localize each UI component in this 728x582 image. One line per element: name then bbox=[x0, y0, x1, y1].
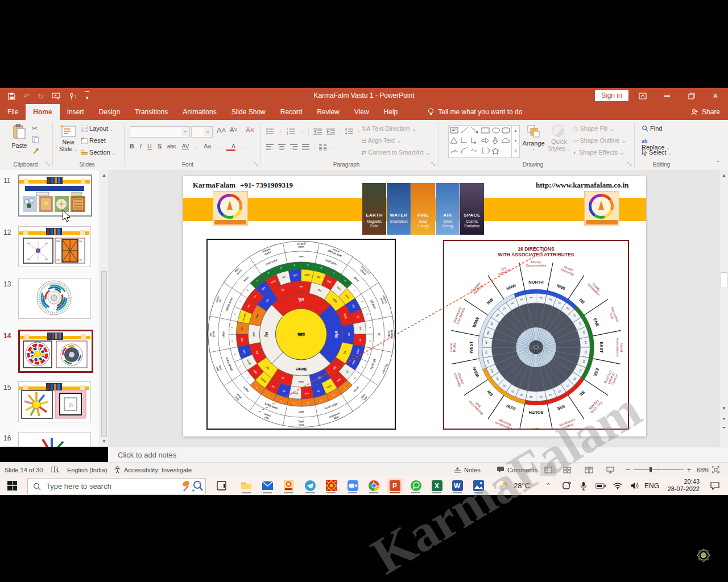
notes-pane[interactable]: Click to add notes bbox=[108, 447, 728, 462]
paragraph-dialog-launcher[interactable]: ⤡ bbox=[431, 161, 435, 167]
clear-formatting-button[interactable]: A bbox=[246, 126, 254, 134]
select-button[interactable]: Select ⌄ bbox=[642, 149, 672, 156]
language-indicator[interactable]: ENG bbox=[643, 476, 661, 495]
slide[interactable]: KarmaFalam +91- 7391909319 http://www.ka… bbox=[183, 176, 646, 436]
collapse-ribbon-button[interactable]: ⌃ bbox=[715, 160, 720, 166]
tab-home[interactable]: Home bbox=[26, 104, 59, 120]
bullets-button[interactable] bbox=[266, 128, 274, 135]
font-name-combo[interactable]: ▾ bbox=[130, 126, 190, 138]
tray-expand-icon[interactable]: ⌃ bbox=[541, 476, 555, 495]
excel-icon[interactable]: X bbox=[429, 478, 444, 493]
weather-widget[interactable]: 28°C bbox=[498, 476, 530, 495]
format-painter-button[interactable] bbox=[32, 147, 39, 154]
sign-in-button[interactable]: Sign in bbox=[595, 90, 628, 101]
numbering-button[interactable]: 123 bbox=[287, 128, 296, 135]
font-color-button[interactable]: A bbox=[226, 143, 235, 151]
strikethrough-button[interactable]: abc bbox=[167, 143, 176, 149]
align-text-button[interactable]: ⊟ Align Text ⌄ bbox=[361, 137, 402, 144]
align-center-button[interactable] bbox=[278, 144, 286, 151]
convert-smartart-button[interactable]: ⇄ Convert to SmartArt ⌄ bbox=[361, 149, 431, 156]
underline-button[interactable]: U bbox=[147, 143, 152, 149]
slide-thumbnail-13[interactable] bbox=[18, 278, 91, 319]
powerpoint-taskbar-icon[interactable]: P bbox=[387, 478, 403, 493]
tell-me-box[interactable]: Tell me what you want to do bbox=[428, 104, 522, 120]
justify-button[interactable] bbox=[302, 144, 309, 151]
spellcheck-icon[interactable] bbox=[51, 463, 59, 477]
previous-slide-button[interactable]: ⏶ bbox=[719, 414, 728, 423]
comments-toggle-button[interactable]: Comments bbox=[497, 463, 537, 477]
reading-view-button[interactable] bbox=[585, 463, 593, 477]
tab-record[interactable]: Record bbox=[273, 104, 310, 120]
vastu-mandala-chart-frame[interactable]: धन प्राप्तीअवसरस्वास्थ्यप्रतिरोधक क्षमता… bbox=[206, 239, 396, 430]
canvas-scrollbar[interactable]: ▲ ▼ ⏶ ⏷ bbox=[719, 170, 728, 447]
slide-thumbnail-14[interactable] bbox=[18, 330, 93, 373]
shapes-gallery-scroll[interactable]: ▲▼⊻ bbox=[511, 126, 519, 157]
wifi-icon[interactable] bbox=[611, 476, 624, 495]
language-status[interactable]: English (India) bbox=[67, 463, 107, 477]
minimize-button[interactable] bbox=[654, 88, 679, 104]
battery-icon[interactable] bbox=[593, 476, 608, 495]
align-left-button[interactable] bbox=[266, 144, 274, 151]
accessibility-status[interactable]: Accessibility: Investigate bbox=[114, 463, 192, 477]
tab-view[interactable]: View bbox=[347, 104, 377, 120]
tab-transitions[interactable]: Transitions bbox=[127, 104, 175, 120]
photos-icon[interactable] bbox=[471, 478, 486, 493]
font-dialog-launcher[interactable]: ⤡ bbox=[254, 161, 258, 167]
tab-slide-show[interactable]: Slide Show bbox=[224, 104, 273, 120]
slide-counter[interactable]: Slide 14 of 30 bbox=[5, 463, 43, 477]
close-button[interactable]: × bbox=[703, 88, 728, 104]
bold-button[interactable]: B bbox=[130, 143, 134, 149]
next-slide-button[interactable]: ⏷ bbox=[719, 423, 728, 432]
notification-center-icon[interactable] bbox=[706, 476, 723, 495]
slide-sorter-view-button[interactable] bbox=[563, 463, 571, 477]
shapes-gallery[interactable]: ▲▼⊻ bbox=[448, 125, 520, 158]
new-slide-button[interactable]: New Slide ⌄ bbox=[57, 124, 80, 152]
tab-animations[interactable]: Animations bbox=[175, 104, 224, 120]
word-icon[interactable]: W bbox=[450, 478, 465, 493]
taskbar-clock[interactable]: 20:43 28-07-2022 bbox=[668, 478, 700, 493]
increase-indent-button[interactable] bbox=[326, 128, 335, 135]
slide-thumbnail-16[interactable] bbox=[18, 432, 91, 447]
find-button[interactable]: Find bbox=[642, 125, 662, 132]
thumb-scroll-up-icon[interactable]: ▲ bbox=[100, 171, 108, 180]
italic-button[interactable]: I bbox=[140, 143, 142, 149]
thumb-scroll-down-icon[interactable]: ▼ bbox=[100, 437, 108, 446]
thumbnail-scrollbar[interactable]: ▲▼ bbox=[100, 170, 108, 447]
columns-button[interactable] bbox=[319, 144, 327, 151]
tab-design[interactable]: Design bbox=[92, 104, 127, 120]
slideshow-view-button[interactable] bbox=[606, 463, 614, 477]
scroll-down-icon[interactable]: ▼ bbox=[719, 404, 728, 413]
chrome-icon[interactable] bbox=[366, 478, 381, 493]
whatsapp-icon[interactable] bbox=[408, 478, 423, 493]
decrease-indent-button[interactable] bbox=[313, 128, 322, 135]
start-button[interactable] bbox=[5, 478, 19, 493]
meet-now-icon[interactable] bbox=[560, 476, 574, 495]
tab-file[interactable]: File bbox=[0, 104, 26, 120]
zoom-in-icon[interactable]: + bbox=[684, 465, 692, 474]
align-right-button[interactable] bbox=[290, 144, 297, 151]
shape-fill-button[interactable]: ◇ Shape Fill ⌄ bbox=[573, 125, 615, 132]
restore-button[interactable] bbox=[679, 88, 704, 104]
arrange-button[interactable]: Arrange ⌄ bbox=[522, 124, 545, 151]
shrink-font-button[interactable]: A˅ bbox=[230, 126, 238, 133]
normal-view-button[interactable] bbox=[540, 463, 556, 477]
tab-review[interactable]: Review bbox=[309, 104, 346, 120]
zoom-level[interactable]: 68% bbox=[691, 467, 709, 473]
share-button[interactable]: Share bbox=[690, 104, 720, 120]
ribbon-display-options-icon[interactable] bbox=[630, 88, 655, 104]
grow-font-button[interactable]: A˄ bbox=[217, 126, 226, 135]
zoom-out-icon[interactable]: − bbox=[626, 465, 634, 474]
layout-button[interactable]: Layout ⌄ bbox=[81, 125, 113, 132]
slide-thumbnail-15[interactable]: 卐 bbox=[18, 381, 91, 422]
file-explorer-icon[interactable] bbox=[239, 478, 254, 493]
font-size-combo[interactable]: ▾ bbox=[191, 126, 213, 138]
shape-effects-button[interactable]: ◐ Shape Effects ⌄ bbox=[573, 149, 624, 156]
change-case-button[interactable]: Aa bbox=[204, 143, 211, 149]
microphone-icon[interactable] bbox=[577, 476, 590, 495]
text-direction-button[interactable]: ⇅A Text Direction ⌄ bbox=[361, 125, 417, 132]
compass-chart-frame[interactable]: 16 DIRECTIONS WITH ASSOCIATED ATTRIBUTES… bbox=[443, 240, 629, 430]
telegram-icon[interactable] bbox=[303, 478, 317, 493]
cut-button[interactable]: ✂ bbox=[32, 124, 38, 132]
text-shadow-button[interactable]: S bbox=[158, 143, 162, 149]
copy-button[interactable] bbox=[32, 136, 39, 143]
